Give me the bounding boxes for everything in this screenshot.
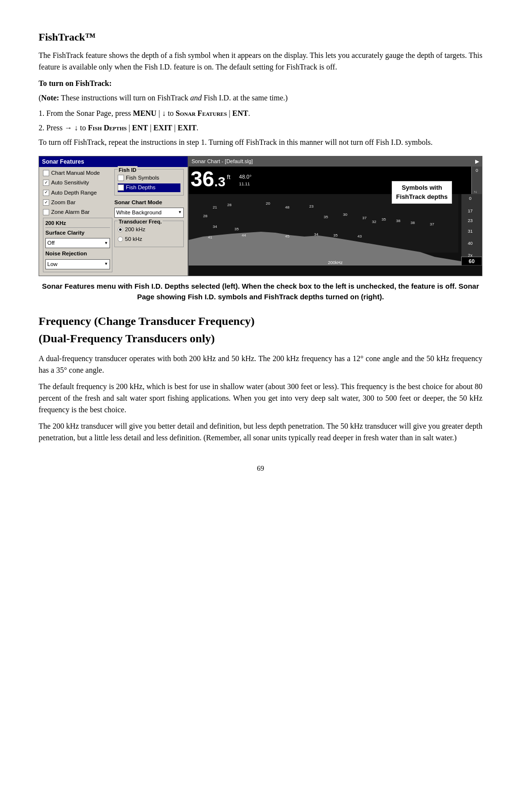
sonar-depth-integer: 36	[191, 168, 214, 190]
sf-chart-manual: Chart Manual Mode	[43, 169, 112, 177]
sf-radio-btn-50	[118, 237, 123, 242]
sf-white-background-dropdown[interactable]: White Background ▼	[114, 208, 184, 218]
svg-text:48: 48	[285, 205, 289, 210]
sf-fish-id-group: Fish ID Fish Symbols Fish Depths	[114, 169, 184, 196]
freq-heading: Frequency (Change Transducer Frequency)(…	[39, 312, 482, 347]
svg-text:40: 40	[468, 241, 473, 246]
svg-text:23: 23	[309, 204, 314, 209]
sf-radio-btn-200	[118, 227, 123, 232]
screenshot-caption: Sonar Features menu with Fish I.D. Depth…	[39, 281, 482, 303]
sonar-temp: 48.0°	[236, 173, 252, 181]
svg-text:21: 21	[213, 205, 217, 210]
svg-text:23: 23	[468, 218, 473, 223]
svg-text:60: 60	[469, 258, 475, 264]
svg-text:37: 37	[430, 222, 434, 226]
sonar-features-title: Sonar Features	[39, 156, 188, 167]
fishtrack-intro: The FishTrack feature shows the depth of…	[39, 50, 482, 73]
sf-auto-sensitivity: Auto Sensitivity	[43, 179, 112, 187]
sf-transducer-freq-group: Transducer Freq. 200 kHz 50 kHz	[114, 221, 184, 247]
sonar-depth-unit: ft	[227, 172, 230, 182]
sonar-top-info: 36 .3 ft 48.0° 11.11 Symbols withFishTra…	[189, 167, 482, 194]
sf-auto-depth: Auto Depth Range	[43, 189, 112, 197]
step-2: 2. Press → ↓ to Fish Depths | ENT | EXIT…	[39, 122, 482, 134]
svg-text:0: 0	[469, 196, 471, 201]
svg-text:35: 35	[333, 233, 338, 238]
sonar-chart-title-text: Sonar Chart - [Default.slg]	[192, 157, 253, 166]
sf-zone-alarm: Zone Alarm Bar	[43, 208, 112, 216]
sf-checkbox-fish-depths	[118, 184, 124, 191]
freq-para-1: A dual-frequency transducer operates wit…	[39, 353, 482, 376]
svg-text:37: 37	[362, 216, 367, 220]
svg-text:28: 28	[227, 203, 232, 207]
sf-checkbox-chart-manual	[43, 170, 49, 176]
sf-radio-50khz: 50 kHz	[118, 235, 180, 243]
turn-off-para: To turn off FishTrack, repeat the instru…	[39, 137, 482, 148]
sf-transducer-freq-legend: Transducer Freq.	[118, 218, 163, 226]
svg-text:20: 20	[266, 201, 270, 206]
svg-text:34: 34	[314, 232, 318, 237]
sf-fish-id-legend: Fish ID	[118, 166, 137, 174]
screenshot-container: Sonar Features Chart Manual Mode Auto Se…	[39, 156, 482, 276]
freq-para-2: The default frequency is 200 kHz, which …	[39, 381, 482, 416]
sonar-chart-svg: 0 17 23 31 40 2x 21 28 20 48 23 28 35 30…	[189, 194, 482, 266]
sf-checkbox-auto-sens	[43, 180, 49, 186]
sf-surface-clarity-label: Surface Clarity	[45, 229, 110, 237]
svg-text:31: 31	[468, 229, 473, 234]
sf-checkbox-fish-symbols	[118, 175, 124, 181]
svg-text:38: 38	[396, 219, 400, 223]
page-number: 69	[39, 463, 482, 474]
step-1: 1. From the Sonar Page, press MENU | ↓ t…	[39, 108, 482, 119]
svg-text:28: 28	[203, 214, 207, 218]
sonar-chart-body: 0 17 23 31 40 2x 21 28 20 48 23 28 35 30…	[189, 194, 482, 266]
svg-text:35: 35	[324, 215, 328, 219]
sonar-coords: 11.11	[236, 181, 252, 188]
sf-radio-200khz: 200 kHz	[118, 225, 180, 234]
sonar-features-panel: Sonar Features Chart Manual Mode Auto Se…	[39, 156, 188, 276]
sonar-sub-info-block: 48.0° 11.11	[234, 167, 254, 194]
sonar-chart-title-bar: Sonar Chart - [Default.slg] ▶	[189, 156, 482, 167]
svg-text:30: 30	[343, 212, 347, 217]
svg-text:17: 17	[468, 209, 473, 213]
sf-checkbox-zoom-bar	[43, 199, 49, 206]
sf-zoom-bar: Zoom Bar	[43, 198, 112, 207]
sf-sonar-chart-mode-label: Sonar Chart Mode	[114, 198, 184, 207]
sf-dropdown-arrow-3: ▼	[178, 210, 182, 215]
page-title: FishTrack™	[39, 29, 482, 45]
note-text: (Note: These instructions will turn on F…	[39, 92, 482, 104]
sonar-right-scale-top: 0 Z	[471, 167, 482, 194]
sf-noise-rejection-dropdown[interactable]: Low ▼	[45, 259, 110, 269]
sf-checkbox-zone-alarm	[43, 209, 49, 215]
sonar-symbols-label: Symbols withFishTrack depths	[392, 181, 452, 204]
sonar-label-area: Symbols withFishTrack depths	[253, 167, 471, 194]
sf-noise-rejection-label: Noise Rejection	[45, 250, 110, 258]
sf-200khz-label: 200 KHz	[45, 219, 110, 228]
svg-text:38: 38	[411, 221, 415, 225]
sonar-depth-display: 36 .3 ft	[189, 167, 234, 194]
sonar-chart-panel: Sonar Chart - [Default.slg] ▶ 36 .3 ft 4…	[188, 156, 482, 276]
sf-fish-symbols-row: Fish Symbols	[118, 174, 180, 182]
sf-surface-clarity-dropdown[interactable]: Off ▼	[45, 238, 110, 248]
svg-text:34: 34	[213, 224, 217, 229]
svg-text:35: 35	[382, 217, 386, 222]
svg-text:32: 32	[372, 220, 376, 224]
sf-fish-depths-row: Fish Depths	[118, 183, 180, 192]
sf-dropdown-arrow-1: ▼	[104, 240, 108, 246]
svg-text:44: 44	[242, 233, 246, 238]
sf-dropdown-arrow-2: ▼	[104, 261, 108, 267]
svg-text:43: 43	[357, 234, 362, 238]
turn-on-heading: To turn on FishTrack:	[39, 78, 482, 89]
sf-200khz-box: 200 KHz Surface Clarity Off ▼ Noise Reje…	[43, 218, 112, 272]
freq-para-3: The 200 kHz transducer will give you bet…	[39, 420, 482, 444]
svg-text:45: 45	[285, 234, 289, 238]
svg-text:41: 41	[208, 235, 212, 239]
sonar-depth-decimal: .3	[214, 172, 225, 192]
sf-checkbox-auto-depth	[43, 190, 49, 196]
sonar-chart-arrow: ▶	[475, 157, 479, 166]
svg-text:35: 35	[234, 227, 239, 231]
svg-text:200kHz: 200kHz	[328, 260, 343, 265]
